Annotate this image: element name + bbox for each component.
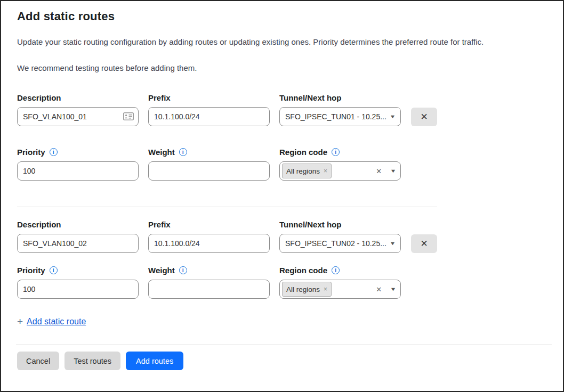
footer-divider [16,344,552,345]
add-static-routes-dialog: Add static routes Update your static rou… [1,10,563,326]
route-section: Description Prefix Tunnel/Next hop SFO_I… [17,220,547,299]
footer-actions: Cancel Test routes Add routes [17,352,563,370]
remove-tag-icon[interactable]: × [324,168,327,174]
add-routes-button[interactable]: Add routes [126,352,183,370]
tunnel-selected-value: SFO_IPSEC_TUN01 - 10.25... [285,112,387,121]
description-label: Description [17,220,139,229]
priority-label: Priority i [17,148,139,157]
region-select[interactable]: All regions × ✕ ▼ [279,280,401,299]
close-icon: ✕ [420,238,428,249]
route-section: Description Prefix Tunnel/Next hop SFO_I… [17,93,547,181]
section-divider [17,207,437,207]
priority-input[interactable] [17,280,139,299]
add-static-route-link[interactable]: Add static route [27,317,86,326]
description-label: Description [17,93,139,102]
tunnel-label: Tunnel/Next hop [279,220,401,229]
region-tag: All regions × [282,282,332,297]
tunnel-select[interactable]: SFO_IPSEC_TUN02 - 10.25... ▼ [279,234,401,253]
remove-route-button[interactable]: ✕ [411,108,437,126]
remove-tag-icon[interactable]: × [324,286,327,292]
chevron-down-icon: ▼ [390,169,397,174]
chevron-down-icon: ▼ [390,241,396,246]
weight-label: Weight i [148,266,270,275]
cancel-button[interactable]: Cancel [17,352,59,370]
clear-icon[interactable]: ✕ [376,168,382,175]
remove-route-button[interactable]: ✕ [411,234,437,253]
close-icon: ✕ [420,111,428,123]
prefix-label: Prefix [148,93,270,102]
tunnel-select[interactable]: SFO_IPSEC_TUN01 - 10.25... ▼ [279,107,401,126]
info-icon[interactable]: i [332,148,340,156]
tunnel-label: Tunnel/Next hop [279,93,401,102]
info-icon[interactable]: i [50,148,58,156]
region-code-label: Region code i [279,148,401,157]
contact-card-icon [123,112,134,123]
plus-icon: + [17,316,23,326]
description-input[interactable] [17,234,139,253]
weight-label: Weight i [148,148,270,157]
weight-input[interactable] [148,161,270,181]
chevron-down-icon: ▼ [390,115,396,119]
clear-icon[interactable]: ✕ [376,286,382,293]
tunnel-selected-value: SFO_IPSEC_TUN02 - 10.25... [285,239,387,248]
region-select[interactable]: All regions × ✕ ▼ [279,161,401,181]
prefix-label: Prefix [148,220,270,229]
info-icon[interactable]: i [332,266,340,274]
description-input[interactable] [17,107,139,126]
chevron-down-icon: ▼ [390,287,397,292]
region-code-label: Region code i [279,266,401,275]
priority-input[interactable] [17,161,139,181]
weight-input[interactable] [148,280,270,299]
priority-label: Priority i [17,266,139,275]
intro-text: Update your static routing configuration… [17,36,547,47]
recommendation-text: We recommend testing routes before addin… [17,62,547,74]
page-title: Add static routes [17,10,547,23]
prefix-input[interactable] [148,234,270,253]
test-routes-button[interactable]: Test routes [65,352,120,370]
info-icon[interactable]: i [179,148,187,156]
info-icon[interactable]: i [179,266,187,274]
region-tag: All regions × [282,164,332,178]
info-icon[interactable]: i [50,266,58,274]
add-static-route-row: + Add static route [17,316,547,326]
prefix-input[interactable] [148,107,270,126]
